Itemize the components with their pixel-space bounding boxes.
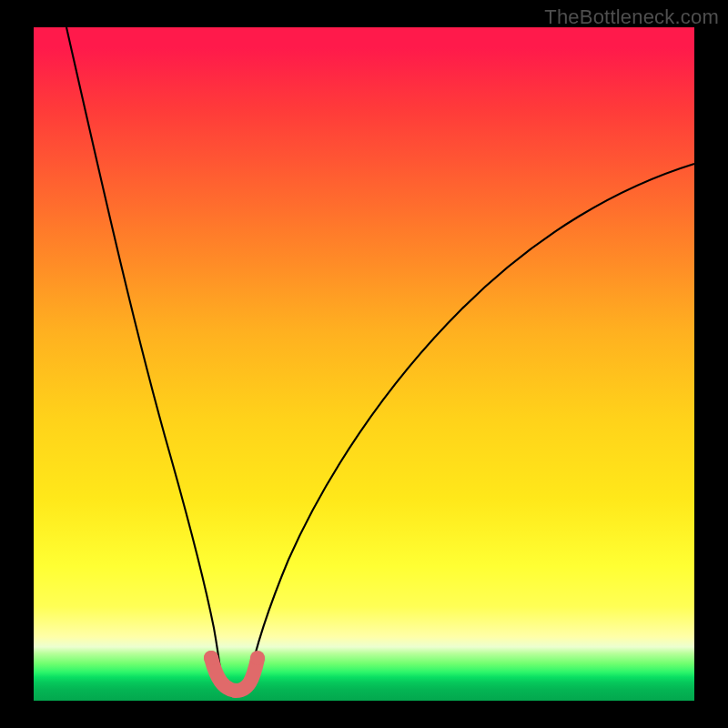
right-branch (248, 164, 694, 682)
valley-dot-right (250, 651, 265, 665)
chart-frame: TheBottleneck.com (0, 0, 728, 728)
curve-layer (34, 27, 694, 701)
valley-highlight (211, 658, 258, 691)
valley-dot-left (204, 651, 218, 665)
plot-area (34, 27, 694, 701)
watermark-text: TheBottleneck.com (544, 5, 719, 29)
left-branch (66, 27, 222, 682)
